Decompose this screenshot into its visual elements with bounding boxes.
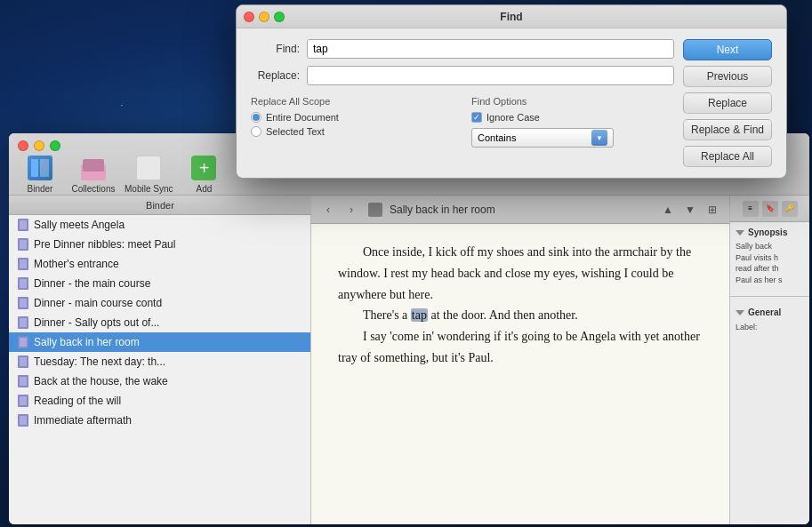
binder-label-bar: Binder <box>9 196 311 215</box>
synopsis-header: Synopsis <box>736 228 804 237</box>
triangle-icon <box>736 230 744 236</box>
dialog-left-section: Find: Replace: Replace All Scope Entire … <box>251 39 674 167</box>
replace-all-button[interactable]: Replace All <box>683 146 772 167</box>
entire-doc-option[interactable]: Entire Document <box>251 112 454 123</box>
toolbar-collections-label: Collections <box>72 184 116 194</box>
inspector-icon-3[interactable]: 🔑 <box>782 201 798 217</box>
find-options-header: Find Options <box>471 96 674 107</box>
label-row: Label: <box>736 323 804 331</box>
find-label: Find: <box>251 43 300 55</box>
minimize-button[interactable] <box>34 140 44 151</box>
selected-text-label: Selected Text <box>266 126 325 137</box>
synopsis-text: Sally backPaul visits hread after thPaul… <box>736 241 804 285</box>
toolbar-mobile-sync[interactable]: Mobile Sync <box>125 154 173 194</box>
dialog-titlebar: Find <box>237 5 786 28</box>
toolbar-mobile-sync-label: Mobile Sync <box>125 184 173 194</box>
back-button[interactable]: ‹ <box>318 200 338 220</box>
general-title: General <box>748 307 781 317</box>
binder-item-4[interactable]: Dinner - main course contd <box>9 293 310 313</box>
dialog-title: Find <box>500 11 522 23</box>
toolbar-add[interactable]: + Add <box>181 154 226 194</box>
dialog-buttons: Next Previous Replace Replace & Find Rep… <box>683 39 772 167</box>
contains-label: Contains <box>478 132 516 143</box>
view-split-button[interactable]: ⊞ <box>703 200 722 220</box>
collections-icon <box>79 154 108 182</box>
document-icon <box>18 277 28 290</box>
binder-item-2[interactable]: Mother's entrance <box>9 254 310 274</box>
replace-input[interactable] <box>307 66 674 85</box>
editor-area: ‹ › Sally back in her room ▲ ▼ ⊞ Once in… <box>311 196 729 524</box>
document-icon <box>18 238 28 251</box>
entire-doc-label: Entire Document <box>266 112 339 123</box>
replace-button[interactable]: Replace <box>683 92 772 114</box>
contains-dropdown[interactable]: Contains ▼ <box>471 128 614 148</box>
inspector-icon-2[interactable]: 🔖 <box>762 201 778 217</box>
binder-item-0[interactable]: Sally meets Angela <box>9 215 310 235</box>
editor-paragraph-1: Once inside, I kick off my shoes and sin… <box>338 242 703 305</box>
binder-item-1[interactable]: Pre Dinner nibbles: meet Paul <box>9 235 310 254</box>
dialog-maximize-button[interactable] <box>274 12 285 22</box>
ignore-case-option[interactable]: Ignore Case <box>471 112 674 123</box>
find-input[interactable] <box>307 39 674 59</box>
editor-doc-title: Sally back in her room <box>390 204 655 216</box>
dropdown-arrow-icon: ▼ <box>591 130 607 146</box>
binder-item-6[interactable]: Sally back in her room <box>9 332 310 352</box>
document-icon <box>18 336 28 348</box>
binder-panel[interactable]: Sally meets Angela Pre Dinner nibbles: m… <box>9 215 311 524</box>
document-icon <box>18 375 28 387</box>
toolbar-collections[interactable]: Collections <box>71 154 116 194</box>
binder-label: Binder <box>146 200 174 211</box>
nav-up-button[interactable]: ▲ <box>658 200 678 220</box>
dialog-minimize-button[interactable] <box>259 12 269 22</box>
maximize-button[interactable] <box>50 140 60 151</box>
document-icon <box>18 355 28 368</box>
general-section: General Label: <box>730 302 809 337</box>
inspector-toolbar: ≡ 🔖 🔑 <box>730 196 809 222</box>
dialog-close-button[interactable] <box>244 12 254 22</box>
binder-item-7[interactable]: Tuesday: The next day: th... <box>9 352 310 371</box>
document-icon <box>18 316 28 329</box>
main-window: Binder Collections Mobile Sync + Add Bin… <box>9 133 809 524</box>
editor-paragraph-2: There's a tap at the door. And then anot… <box>338 305 703 326</box>
replace-label: Replace: <box>251 69 300 82</box>
binder-item-10[interactable]: Immediate aftermath <box>9 411 310 430</box>
binder-item-9[interactable]: Reading of the will <box>9 391 310 411</box>
nav-down-button[interactable]: ▼ <box>680 200 700 220</box>
document-section-icon <box>368 203 382 217</box>
toolbar-binder-label: Binder <box>28 184 53 194</box>
document-icon <box>18 414 28 427</box>
editor-toolbar: ‹ › Sally back in her room ▲ ▼ ⊞ <box>311 196 729 224</box>
inspector-icon-1[interactable]: ≡ <box>743 201 759 217</box>
ignore-case-checkbox[interactable] <box>471 112 482 123</box>
document-icon <box>18 219 28 231</box>
selected-text-option[interactable]: Selected Text <box>251 126 454 137</box>
synopsis-section: Synopsis Sally backPaul visits hread aft… <box>730 222 809 291</box>
scope-section: Replace All Scope Entire Document Select… <box>251 96 454 148</box>
toolbar-binder[interactable]: Binder <box>18 154 62 194</box>
forward-button[interactable]: › <box>342 200 361 220</box>
previous-button[interactable]: Previous <box>683 66 772 87</box>
binder-item-5[interactable]: Dinner - Sally opts out of... <box>9 313 310 332</box>
document-icon <box>18 258 28 270</box>
find-dialog: Find Find: Replace: Replace All Scope En… <box>236 4 787 179</box>
scope-section-header: Replace All Scope <box>251 96 454 107</box>
general-header: General <box>736 307 804 317</box>
toolbar-add-label: Add <box>197 184 213 194</box>
label-field-label: Label: <box>736 323 758 331</box>
find-options-section: Find Options Ignore Case Contains ▼ <box>471 96 674 148</box>
replace-and-find-button[interactable]: Replace & Find <box>683 119 772 140</box>
binder-item-8[interactable]: Back at the house, the wake <box>9 371 310 391</box>
next-button[interactable]: Next <box>683 39 772 60</box>
replace-row: Replace: <box>251 66 674 85</box>
ignore-case-label: Ignore Case <box>486 112 540 123</box>
mobile-sync-icon <box>134 154 163 182</box>
triangle-icon-2 <box>736 310 744 315</box>
binder-item-3[interactable]: Dinner - the main course <box>9 274 310 293</box>
close-button[interactable] <box>18 140 28 151</box>
add-icon: + <box>189 154 218 182</box>
synopsis-divider <box>730 296 809 297</box>
window-traffic-lights <box>9 133 69 158</box>
entire-doc-radio[interactable] <box>251 112 261 123</box>
editor-paragraph-3: I say 'come in' wondering if it's going … <box>338 326 703 369</box>
selected-text-radio[interactable] <box>251 126 261 137</box>
